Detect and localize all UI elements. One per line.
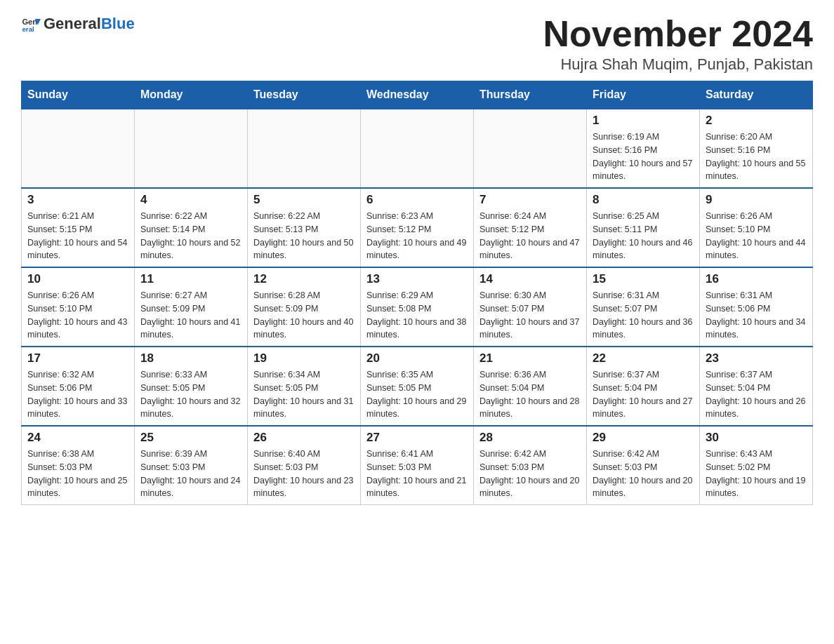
cell-week3-day4: 14Sunrise: 6:30 AMSunset: 5:07 PMDayligh… (474, 267, 587, 347)
day-number: 25 (140, 431, 241, 445)
day-info: Sunrise: 6:24 AMSunset: 5:12 PMDaylight:… (479, 210, 581, 262)
day-info: Sunrise: 6:37 AMSunset: 5:04 PMDaylight:… (706, 368, 807, 421)
month-title: November 2024 (543, 14, 813, 54)
day-info: Sunrise: 6:20 AMSunset: 5:16 PMDaylight:… (706, 130, 807, 183)
cell-week5-day3: 27Sunrise: 6:41 AMSunset: 5:03 PMDayligh… (361, 426, 474, 505)
day-number: 6 (366, 193, 468, 207)
cell-week1-day5: 1Sunrise: 6:19 AMSunset: 5:16 PMDaylight… (587, 109, 700, 188)
week-row-4: 17Sunrise: 6:32 AMSunset: 5:06 PMDayligh… (22, 347, 813, 426)
day-number: 26 (253, 431, 355, 445)
day-info: Sunrise: 6:41 AMSunset: 5:03 PMDaylight:… (366, 448, 468, 500)
day-number: 28 (479, 431, 581, 445)
cell-week2-day4: 7Sunrise: 6:24 AMSunset: 5:12 PMDaylight… (474, 188, 587, 267)
day-info: Sunrise: 6:23 AMSunset: 5:12 PMDaylight:… (366, 210, 468, 262)
day-number: 27 (366, 431, 468, 445)
calendar-table: Sunday Monday Tuesday Wednesday Thursday… (21, 81, 813, 505)
day-number: 22 (593, 351, 694, 365)
day-info: Sunrise: 6:26 AMSunset: 5:10 PMDaylight:… (27, 289, 128, 342)
header-tuesday: Tuesday (248, 81, 361, 109)
day-number: 10 (27, 272, 128, 286)
week-row-3: 10Sunrise: 6:26 AMSunset: 5:10 PMDayligh… (22, 267, 813, 347)
day-info: Sunrise: 6:33 AMSunset: 5:05 PMDaylight:… (140, 368, 241, 421)
cell-week2-day3: 6Sunrise: 6:23 AMSunset: 5:12 PMDaylight… (361, 188, 474, 267)
day-number: 5 (253, 193, 355, 207)
day-info: Sunrise: 6:21 AMSunset: 5:15 PMDaylight:… (27, 210, 128, 262)
logo-text-blue: Blue (101, 15, 135, 32)
day-info: Sunrise: 6:34 AMSunset: 5:05 PMDaylight:… (253, 368, 355, 421)
day-info: Sunrise: 6:39 AMSunset: 5:03 PMDaylight:… (140, 448, 241, 500)
day-number: 24 (27, 431, 128, 445)
day-info: Sunrise: 6:22 AMSunset: 5:13 PMDaylight:… (253, 210, 355, 262)
cell-week3-day5: 15Sunrise: 6:31 AMSunset: 5:07 PMDayligh… (587, 267, 700, 347)
day-info: Sunrise: 6:43 AMSunset: 5:02 PMDaylight:… (706, 448, 807, 500)
day-number: 13 (366, 272, 468, 286)
day-number: 4 (140, 193, 241, 207)
cell-week3-day6: 16Sunrise: 6:31 AMSunset: 5:06 PMDayligh… (700, 267, 813, 347)
day-info: Sunrise: 6:40 AMSunset: 5:03 PMDaylight:… (253, 448, 355, 500)
day-info: Sunrise: 6:26 AMSunset: 5:10 PMDaylight:… (706, 210, 807, 262)
logo-icon: Gen eral (21, 14, 41, 34)
day-info: Sunrise: 6:30 AMSunset: 5:07 PMDaylight:… (479, 289, 581, 342)
cell-week3-day0: 10Sunrise: 6:26 AMSunset: 5:10 PMDayligh… (22, 267, 135, 347)
cell-week5-day4: 28Sunrise: 6:42 AMSunset: 5:03 PMDayligh… (474, 426, 587, 505)
day-number: 1 (593, 114, 694, 128)
day-number: 23 (706, 351, 807, 365)
day-number: 3 (27, 193, 128, 207)
logo: Gen eral GeneralBlue (21, 14, 135, 34)
cell-week3-day3: 13Sunrise: 6:29 AMSunset: 5:08 PMDayligh… (361, 267, 474, 347)
cell-week2-day0: 3Sunrise: 6:21 AMSunset: 5:15 PMDaylight… (22, 188, 135, 267)
cell-week5-day6: 30Sunrise: 6:43 AMSunset: 5:02 PMDayligh… (700, 426, 813, 505)
header-thursday: Thursday (474, 81, 587, 109)
svg-text:eral: eral (22, 25, 34, 33)
day-number: 16 (706, 272, 807, 286)
cell-week3-day1: 11Sunrise: 6:27 AMSunset: 5:09 PMDayligh… (135, 267, 248, 347)
weekday-header-row: Sunday Monday Tuesday Wednesday Thursday… (22, 81, 813, 109)
week-row-5: 24Sunrise: 6:38 AMSunset: 5:03 PMDayligh… (22, 426, 813, 505)
day-number: 19 (253, 351, 355, 365)
header-saturday: Saturday (700, 81, 813, 109)
cell-week4-day0: 17Sunrise: 6:32 AMSunset: 5:06 PMDayligh… (22, 347, 135, 426)
day-info: Sunrise: 6:38 AMSunset: 5:03 PMDaylight:… (27, 448, 128, 500)
cell-week5-day2: 26Sunrise: 6:40 AMSunset: 5:03 PMDayligh… (248, 426, 361, 505)
location-subtitle: Hujra Shah Muqim, Punjab, Pakistan (543, 55, 813, 74)
cell-week5-day5: 29Sunrise: 6:42 AMSunset: 5:03 PMDayligh… (587, 426, 700, 505)
day-info: Sunrise: 6:22 AMSunset: 5:14 PMDaylight:… (140, 210, 241, 262)
day-info: Sunrise: 6:37 AMSunset: 5:04 PMDaylight:… (593, 368, 694, 421)
day-number: 8 (593, 193, 694, 207)
cell-week4-day2: 19Sunrise: 6:34 AMSunset: 5:05 PMDayligh… (248, 347, 361, 426)
cell-week4-day5: 22Sunrise: 6:37 AMSunset: 5:04 PMDayligh… (587, 347, 700, 426)
cell-week3-day2: 12Sunrise: 6:28 AMSunset: 5:09 PMDayligh… (248, 267, 361, 347)
cell-week1-day0 (22, 109, 135, 188)
cell-week2-day6: 9Sunrise: 6:26 AMSunset: 5:10 PMDaylight… (700, 188, 813, 267)
header-monday: Monday (135, 81, 248, 109)
day-info: Sunrise: 6:27 AMSunset: 5:09 PMDaylight:… (140, 289, 241, 342)
cell-week4-day1: 18Sunrise: 6:33 AMSunset: 5:05 PMDayligh… (135, 347, 248, 426)
day-number: 7 (479, 193, 581, 207)
cell-week2-day5: 8Sunrise: 6:25 AMSunset: 5:11 PMDaylight… (587, 188, 700, 267)
day-info: Sunrise: 6:36 AMSunset: 5:04 PMDaylight:… (479, 368, 581, 421)
header-friday: Friday (587, 81, 700, 109)
header-wednesday: Wednesday (361, 81, 474, 109)
cell-week1-day2 (248, 109, 361, 188)
day-number: 18 (140, 351, 241, 365)
cell-week4-day6: 23Sunrise: 6:37 AMSunset: 5:04 PMDayligh… (700, 347, 813, 426)
day-info: Sunrise: 6:35 AMSunset: 5:05 PMDaylight:… (366, 368, 468, 421)
day-number: 12 (253, 272, 355, 286)
header-sunday: Sunday (22, 81, 135, 109)
day-info: Sunrise: 6:31 AMSunset: 5:07 PMDaylight:… (593, 289, 694, 342)
cell-week5-day0: 24Sunrise: 6:38 AMSunset: 5:03 PMDayligh… (22, 426, 135, 505)
cell-week1-day6: 2Sunrise: 6:20 AMSunset: 5:16 PMDaylight… (700, 109, 813, 188)
day-info: Sunrise: 6:25 AMSunset: 5:11 PMDaylight:… (593, 210, 694, 262)
day-info: Sunrise: 6:42 AMSunset: 5:03 PMDaylight:… (593, 448, 694, 500)
title-area: November 2024 Hujra Shah Muqim, Punjab, … (543, 14, 813, 74)
cell-week1-day1 (135, 109, 248, 188)
day-number: 11 (140, 272, 241, 286)
cell-week1-day4 (474, 109, 587, 188)
day-info: Sunrise: 6:19 AMSunset: 5:16 PMDaylight:… (593, 130, 694, 183)
logo-text-general: General (44, 15, 101, 32)
day-info: Sunrise: 6:32 AMSunset: 5:06 PMDaylight:… (27, 368, 128, 421)
day-number: 29 (593, 431, 694, 445)
day-number: 14 (479, 272, 581, 286)
day-info: Sunrise: 6:28 AMSunset: 5:09 PMDaylight:… (253, 289, 355, 342)
day-number: 15 (593, 272, 694, 286)
